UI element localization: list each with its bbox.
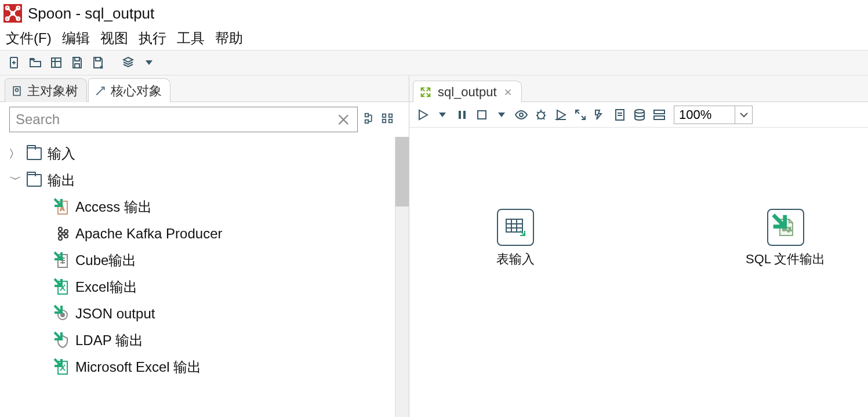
chevron-right-icon[interactable]: 〉 [8,146,21,162]
new-file-button[interactable] [6,54,23,71]
tree-node-output[interactable]: 〉 输出 [6,167,393,194]
svg-point-17 [16,89,19,92]
tree-node-input[interactable]: 〉 输入 [6,140,393,167]
explore-button[interactable] [48,54,65,71]
tab-core-objects[interactable]: 核心对象 [88,78,170,102]
debug-button[interactable] [532,106,550,124]
tree-item-label: JSON output [75,306,155,322]
tree-item-label: Excel输出 [75,278,137,296]
editor-tab[interactable]: sql_output [413,81,522,102]
transformation-icon [419,86,432,99]
svg-line-58 [543,112,545,113]
svg-point-35 [64,234,68,238]
impact-button[interactable] [591,106,609,124]
scrollbar-thumb[interactable] [395,137,409,206]
file-json-icon [56,306,70,322]
pause-button[interactable] [453,106,471,124]
step-sql-file-output[interactable]: SQL SQL 文件输出 [746,209,825,268]
expand-all-icon[interactable] [364,112,376,127]
tab-core-objects-label: 核心对象 [111,82,162,100]
editor-toolbar: 100% [409,102,868,128]
svg-rect-14 [75,64,79,68]
toolbar-top [0,50,868,75]
run-button[interactable] [414,106,431,124]
kafka-icon [56,226,70,242]
stop-dropdown[interactable] [493,106,510,124]
editor-area: sql_output 100% [409,75,868,417]
svg-point-32 [59,237,62,240]
close-tab-icon[interactable] [503,87,513,97]
svg-rect-69 [654,116,664,119]
svg-rect-53 [478,111,486,119]
svg-rect-52 [463,111,466,119]
tree-item-label: Apache Kafka Producer [75,226,223,242]
svg-line-62 [543,118,544,119]
tree-node-output-label: 输出 [48,171,75,190]
canvas[interactable]: 表输入 SQL SQL 文件输出 [409,128,868,417]
file-ldap-icon [56,332,70,349]
menu-edit[interactable]: 编辑 [62,29,90,48]
tree-item-label: LDAP 输出 [75,331,143,350]
tree-container: 〉 输入 〉 输出 A Access 输出 Apache Kafka Produ… [0,137,409,417]
sql-file-output-icon: SQL [767,209,804,246]
file-access-icon: A [56,199,70,215]
step-table-input[interactable]: 表输入 [496,209,535,268]
tree-scrollbar[interactable] [395,137,409,417]
menu-tools[interactable]: 工具 [177,29,205,48]
tab-main-tree[interactable]: 主对象树 [5,78,87,102]
zoom-selector[interactable]: 100% [674,106,753,124]
collapse-all-icon[interactable] [381,112,394,127]
tree-item-label: Microsoft Excel 输出 [75,358,201,376]
zoom-dropdown-icon[interactable] [735,106,752,124]
stop-button[interactable] [473,106,491,124]
menubar: 文件(F) 编辑 视图 执行 工具 帮助 [0,27,868,50]
svg-rect-28 [389,119,393,123]
menu-file[interactable]: 文件(F) [6,29,52,48]
tree-item-excel[interactable]: Excel输出 [6,274,393,300]
menu-help[interactable]: 帮助 [215,29,243,48]
svg-point-31 [59,227,62,231]
show-results-button[interactable] [651,106,668,124]
sql-button[interactable] [611,106,629,124]
svg-rect-68 [654,110,664,114]
replay-button[interactable] [552,106,569,124]
tree-item-json[interactable]: JSON output [6,300,393,327]
perspective-dropdown[interactable] [140,54,158,71]
svg-rect-21 [365,120,369,124]
search-box[interactable] [9,107,358,132]
menu-view[interactable]: 视图 [100,29,128,48]
editor-tab-label: sql_output [438,85,497,100]
tree-item-ldap[interactable]: LDAP 输出 [6,327,393,354]
clear-search-icon[interactable] [336,111,351,128]
save-button[interactable] [68,54,86,71]
verify-button[interactable] [572,106,589,124]
svg-point-33 [59,232,62,235]
svg-line-57 [537,112,539,113]
tree-item-access[interactable]: A Access 输出 [6,194,393,220]
svg-rect-70 [506,219,522,232]
open-file-button[interactable] [27,54,44,71]
run-dropdown[interactable] [434,106,451,124]
save-as-button[interactable] [89,54,107,71]
file-msexcel-icon [56,359,70,375]
sidebar-tabs: 主对象树 核心对象 [0,75,409,102]
folder-icon [27,147,42,160]
svg-rect-26 [389,114,393,118]
tree-item-cube[interactable]: Cube输出 [6,247,393,274]
object-tree: 〉 输入 〉 输出 A Access 输出 Apache Kafka Produ… [0,137,395,417]
preview-button[interactable] [513,106,530,124]
perspective-button[interactable] [119,54,137,71]
chevron-down-icon[interactable]: 〉 [7,174,23,187]
tree-item-kafka[interactable]: Apache Kafka Producer [6,220,393,247]
svg-rect-13 [75,57,79,61]
search-input[interactable] [16,111,336,128]
tree-item-msexcel[interactable]: Microsoft Excel 输出 [6,354,393,380]
menu-run[interactable]: 执行 [139,29,166,48]
tree-item-label: Access 输出 [75,198,152,216]
editor-tabs: sql_output [409,75,868,102]
svg-line-61 [537,118,539,119]
folder-icon [27,174,42,187]
svg-rect-15 [96,57,100,61]
window-title: Spoon - sql_output [28,5,154,23]
database-explorer-button[interactable] [631,106,648,124]
